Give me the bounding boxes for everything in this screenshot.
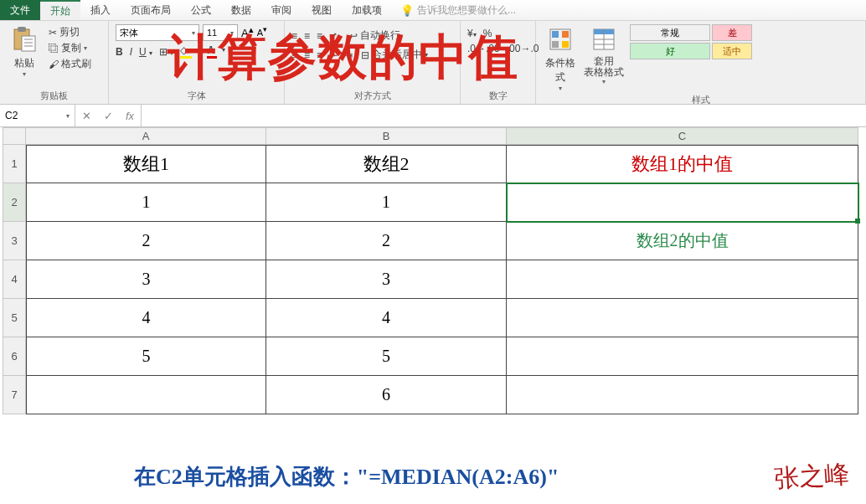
style-neutral[interactable]: 适中 <box>712 43 752 59</box>
cell[interactable]: 2 <box>26 222 266 260</box>
group-label: 字体 <box>116 90 277 102</box>
inc-decimal-icon[interactable]: .0→.00 <box>467 43 500 54</box>
fill-color-button[interactable]: ◇▾ <box>180 44 192 59</box>
cell[interactable]: 2 <box>266 222 507 260</box>
cell-selected[interactable] <box>507 183 858 222</box>
tab-formula[interactable]: 公式 <box>181 0 221 20</box>
decrease-font-icon[interactable]: A▾ <box>257 24 267 41</box>
cell[interactable]: 数组2的中值 <box>507 222 858 260</box>
cell[interactable] <box>507 376 858 414</box>
orientation-icon[interactable]: ⤢▾ <box>329 30 341 42</box>
group-label: 对齐方式 <box>291 90 453 102</box>
tab-view[interactable]: 视图 <box>302 0 342 20</box>
cell[interactable]: 6 <box>266 376 507 414</box>
style-bad[interactable]: 差 <box>712 24 752 41</box>
cell[interactable] <box>507 299 858 337</box>
italic-button[interactable]: I <box>130 46 132 58</box>
conditional-format-button[interactable]: 条件格式▾ <box>543 24 578 92</box>
cell[interactable]: 数组2 <box>266 145 507 183</box>
row-header[interactable]: 2 <box>3 183 26 222</box>
tab-review[interactable]: 审阅 <box>261 0 302 20</box>
col-header-C[interactable]: C <box>507 127 858 145</box>
row-header[interactable]: 3 <box>3 222 26 260</box>
align-top-icon[interactable]: ≡ <box>291 30 297 42</box>
indent-inc-icon[interactable]: ⇥ <box>344 49 353 61</box>
cell[interactable]: 1 <box>266 183 507 222</box>
format-painter-button[interactable]: 🖌格式刷 <box>47 56 93 72</box>
percent-icon[interactable]: % <box>483 28 492 39</box>
border-button[interactable]: ⊞ ▾ <box>159 46 173 58</box>
tab-file[interactable]: 文件 <box>0 0 40 20</box>
cell[interactable] <box>507 260 858 299</box>
formula-bar: C2▾ ✕ ✓ fx <box>0 105 866 127</box>
tab-data[interactable]: 数据 <box>221 0 261 20</box>
tab-layout[interactable]: 页面布局 <box>121 0 181 20</box>
tab-addin[interactable]: 加载项 <box>342 0 392 20</box>
style-normal[interactable]: 常规 <box>630 24 710 41</box>
svg-rect-10 <box>562 41 569 48</box>
group-number: ¥▾%, .0→.00.00→.0 数字 <box>461 21 536 104</box>
svg-rect-2 <box>22 36 35 51</box>
align-bottom-icon[interactable]: ≡ <box>317 30 322 42</box>
cell[interactable] <box>507 337 858 376</box>
paste-button[interactable]: 粘贴▾ <box>7 24 42 78</box>
indent-dec-icon[interactable]: ⇤ <box>329 49 338 61</box>
copy-icon: ⿻ <box>49 43 59 54</box>
select-all-corner[interactable] <box>3 127 26 145</box>
cell[interactable] <box>26 376 266 414</box>
group-label: 剪贴板 <box>7 90 101 102</box>
font-name-select[interactable]: 宋体▾ <box>116 24 199 41</box>
align-middle-icon[interactable]: ≡ <box>304 30 310 42</box>
group-styles: 条件格式▾ 套用 表格格式▾ 常规 差 好 适中 样式 <box>536 21 866 104</box>
row-header[interactable]: 7 <box>3 376 26 414</box>
bold-button[interactable]: B <box>116 46 123 58</box>
cell[interactable]: 数组1的中值 <box>507 145 858 183</box>
col-header-B[interactable]: B <box>266 127 507 145</box>
paste-icon <box>9 24 39 54</box>
group-font: 宋体▾ 11▾ A▴ A▾ B I U ▾ ⊞ ▾ ◇▾ A▾ 字体 <box>109 21 285 104</box>
style-good[interactable]: 好 <box>630 43 710 59</box>
brush-icon: 🖌 <box>49 59 59 70</box>
comma-icon[interactable]: , <box>498 28 501 39</box>
tell-me[interactable]: 💡告诉我您想要做什么... <box>392 0 866 20</box>
format-as-table-button[interactable]: 套用 表格格式▾ <box>583 24 625 85</box>
copy-button[interactable]: ⿻复制▾ <box>47 40 93 56</box>
svg-rect-1 <box>18 27 26 32</box>
cancel-formula-icon[interactable]: ✕ <box>75 110 97 122</box>
dec-decimal-icon[interactable]: .00→.0 <box>507 43 539 54</box>
cell[interactable]: 5 <box>266 337 507 376</box>
menu-tabs: 文件 开始 插入 页面布局 公式 数据 审阅 视图 加载项 💡告诉我您想要做什么… <box>0 0 866 21</box>
align-left-icon[interactable]: ≡ <box>291 49 297 61</box>
row-header[interactable]: 5 <box>3 299 26 337</box>
cell[interactable]: 3 <box>266 260 507 299</box>
cell[interactable]: 1 <box>26 183 266 222</box>
group-clipboard: 粘贴▾ ✂剪切 ⿻复制▾ 🖌格式刷 剪贴板 <box>0 21 109 104</box>
underline-button[interactable]: U ▾ <box>139 46 152 58</box>
increase-font-icon[interactable]: A▴ <box>241 24 254 41</box>
cell[interactable]: 4 <box>26 299 266 337</box>
font-color-button[interactable]: A▾ <box>207 44 217 59</box>
font-size-select[interactable]: 11▾ <box>203 24 238 41</box>
overlay-formula: 在C2单元格插入函数："=MEDIAN(A2:A6)" <box>134 462 559 491</box>
cell[interactable]: 5 <box>26 337 266 376</box>
currency-icon[interactable]: ¥▾ <box>467 28 477 39</box>
row-header[interactable]: 6 <box>3 337 26 376</box>
name-box[interactable]: C2▾ <box>0 105 75 126</box>
col-header-A[interactable]: A <box>26 127 266 145</box>
align-right-icon[interactable]: ≡ <box>317 49 322 61</box>
accept-formula-icon[interactable]: ✓ <box>97 110 119 122</box>
cell[interactable]: 4 <box>266 299 507 337</box>
cut-button[interactable]: ✂剪切 <box>47 24 93 40</box>
ribbon: 粘贴▾ ✂剪切 ⿻复制▾ 🖌格式刷 剪贴板 宋体▾ 11▾ A▴ A▾ B I … <box>0 21 866 105</box>
row-header[interactable]: 4 <box>3 260 26 299</box>
merge-center-button[interactable]: ⊟合并后居中▾ <box>359 47 430 63</box>
cell[interactable]: 数组1 <box>26 145 266 183</box>
cell[interactable]: 3 <box>26 260 266 299</box>
formula-input[interactable] <box>142 105 866 126</box>
tab-home[interactable]: 开始 <box>40 0 80 20</box>
tab-insert[interactable]: 插入 <box>80 0 121 20</box>
wrap-text-button[interactable]: ↩自动换行 <box>348 28 402 44</box>
align-center-icon[interactable]: ≡ <box>304 49 310 61</box>
fx-icon[interactable]: fx <box>119 110 141 122</box>
row-header[interactable]: 1 <box>3 145 26 183</box>
